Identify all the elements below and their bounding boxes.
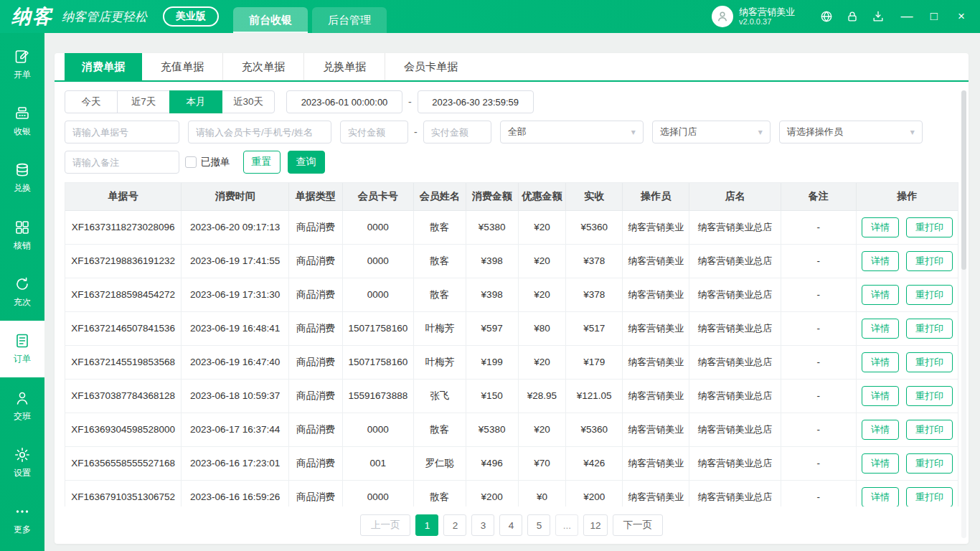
more-dots-icon — [14, 503, 31, 520]
reprint-button[interactable]: 重打印 — [906, 319, 953, 339]
scrollbar[interactable] — [961, 90, 966, 538]
header-right: 纳客营销美业 v2.0.0.37 — □ × — [712, 4, 973, 29]
header-tab-back-manage[interactable]: 后台管理 — [312, 7, 387, 33]
tab-consume[interactable]: 消费单据 — [65, 53, 142, 80]
col-header-time: 消费时间 — [182, 183, 289, 210]
col-header-operator: 操作员 — [623, 183, 689, 210]
cell-order-no: XF16373118273028096 — [65, 210, 182, 244]
detail-button[interactable]: 详情 — [862, 386, 899, 406]
cell-operator: 纳客营销美业 — [623, 278, 689, 311]
tab-member-card[interactable]: 会员卡单据 — [385, 53, 476, 80]
amount-max-input[interactable] — [423, 121, 491, 143]
sidebar-item-verify[interactable]: 核销 — [0, 207, 44, 263]
sidebar-item-more[interactable]: 更多 — [0, 491, 44, 548]
cell-amount: ¥5380 — [466, 210, 518, 244]
reprint-button[interactable]: 重打印 — [906, 251, 953, 271]
detail-button[interactable]: 详情 — [862, 352, 899, 372]
table-row: XF163679103513067522023-06-16 16:59:26商品… — [65, 480, 958, 507]
quick-date-month[interactable]: 本月 — [169, 90, 222, 113]
reprint-button[interactable]: 重打印 — [906, 217, 953, 237]
remark-input[interactable] — [65, 151, 179, 174]
reprint-button[interactable]: 重打印 — [906, 420, 953, 440]
member-search-input[interactable] — [188, 121, 331, 143]
tab-exchange[interactable]: 兑换单据 — [304, 53, 385, 80]
cell-time: 2023-06-19 16:48:41 — [182, 311, 289, 345]
table-row: XF163721455198535682023-06-19 16:47:40商品… — [65, 345, 958, 379]
page-next-button[interactable]: 下一页 — [613, 514, 664, 536]
cell-time: 2023-06-19 16:47:40 — [182, 345, 289, 379]
quick-date-group: 今天近7天本月近30天 — [65, 90, 275, 113]
cell-card-no: 0000 — [342, 278, 413, 311]
col-header-order-no: 单据号 — [65, 183, 182, 210]
maximize-button[interactable]: □ — [923, 5, 946, 28]
table-row: XF163731182730280962023-06-20 09:17:13商品… — [65, 210, 958, 244]
detail-button[interactable]: 详情 — [862, 251, 899, 271]
detail-button[interactable]: 详情 — [862, 453, 899, 474]
cell-amount: ¥496 — [466, 446, 518, 480]
operator-select[interactable]: 请选择操作员 ▾ — [779, 121, 923, 143]
col-header-remark: 备注 — [781, 183, 856, 210]
cell-type: 商品消费 — [288, 210, 342, 244]
quick-date-30days[interactable]: 近30天 — [222, 90, 275, 113]
sidebar-item-label: 开单 — [14, 69, 31, 81]
cancelled-checkbox[interactable] — [185, 156, 197, 168]
cell-order-no: XF16372188598454272 — [65, 278, 182, 311]
close-button[interactable]: × — [950, 5, 973, 28]
table-header-row: 单据号消费时间单据类型会员卡号会员姓名消费金额优惠金额实收操作员店名备注操作 — [65, 183, 958, 210]
detail-button[interactable]: 详情 — [862, 319, 899, 339]
sidebar-item-orders[interactable]: 订单 — [0, 321, 44, 377]
cell-discount: ¥20 — [518, 345, 566, 379]
page-4-button[interactable]: 4 — [499, 514, 522, 536]
sidebar-item-exchange[interactable]: 兑换 — [0, 150, 44, 207]
pagination: 上一页12345...12下一页 — [55, 507, 969, 544]
user-info[interactable]: 纳客营销美业 v2.0.0.37 — [712, 6, 795, 27]
app-slogan: 纳客管店更轻松 — [62, 9, 147, 25]
detail-button[interactable]: 详情 — [862, 420, 899, 440]
detail-button[interactable]: 详情 — [862, 487, 899, 507]
header-tab-front-cashier[interactable]: 前台收银 — [233, 7, 308, 33]
cell-member-name: 散客 — [413, 480, 466, 507]
reprint-button[interactable]: 重打印 — [906, 285, 953, 305]
reprint-button[interactable]: 重打印 — [906, 487, 953, 507]
cell-paid: ¥378 — [566, 278, 623, 311]
page-12-button[interactable]: 12 — [583, 514, 607, 536]
page-prev-button[interactable]: 上一页 — [360, 514, 411, 536]
lock-icon[interactable] — [839, 4, 865, 29]
globe-icon[interactable] — [814, 4, 839, 29]
reset-button[interactable]: 重置 — [243, 151, 281, 174]
cell-amount: ¥199 — [466, 345, 518, 379]
reprint-button[interactable]: 重打印 — [906, 386, 953, 406]
page-1-button[interactable]: 1 — [415, 514, 438, 536]
search-button[interactable]: 查询 — [288, 151, 325, 174]
cell-discount: ¥20 — [518, 244, 566, 278]
sidebar-item-shift[interactable]: 交班 — [0, 377, 44, 434]
date-to-input[interactable] — [418, 90, 534, 113]
amount-min-input[interactable] — [340, 121, 408, 143]
page-2-button[interactable]: 2 — [443, 514, 466, 536]
table-row: XF163703877843681282023-06-18 10:59:37商品… — [65, 379, 958, 413]
sidebar-item-recharge-times[interactable]: 充次 — [0, 263, 44, 320]
quick-date-7days[interactable]: 近7天 — [117, 90, 170, 113]
minimize-button[interactable]: — — [895, 5, 918, 28]
order-type-select[interactable]: 全部 ▾ — [500, 121, 644, 143]
reprint-button[interactable]: 重打印 — [906, 453, 953, 474]
sidebar-item-cashier[interactable]: 收银 — [0, 93, 44, 149]
page-3-button[interactable]: 3 — [471, 514, 494, 536]
detail-button[interactable]: 详情 — [862, 285, 899, 305]
tab-times[interactable]: 充次单据 — [223, 53, 304, 80]
reprint-button[interactable]: 重打印 — [906, 352, 953, 372]
page-5-button[interactable]: 5 — [527, 514, 550, 536]
scrollbar-thumb[interactable] — [961, 90, 966, 270]
sidebar-item-settings[interactable]: 设置 — [0, 434, 44, 491]
order-no-input[interactable] — [65, 121, 179, 143]
sidebar-item-billing[interactable]: 开单 — [0, 36, 44, 93]
date-from-input[interactable] — [286, 90, 402, 113]
store-select[interactable]: 选择门店 ▾ — [652, 121, 771, 143]
tab-recharge[interactable]: 充值单据 — [142, 53, 223, 80]
cell-card-no: 15591673888 — [342, 379, 413, 413]
detail-button[interactable]: 详情 — [862, 217, 899, 237]
cell-discount: ¥20 — [518, 413, 566, 446]
quick-date-today[interactable]: 今天 — [65, 90, 118, 113]
cell-member-name: 张飞 — [413, 379, 466, 413]
download-icon[interactable] — [865, 4, 891, 29]
